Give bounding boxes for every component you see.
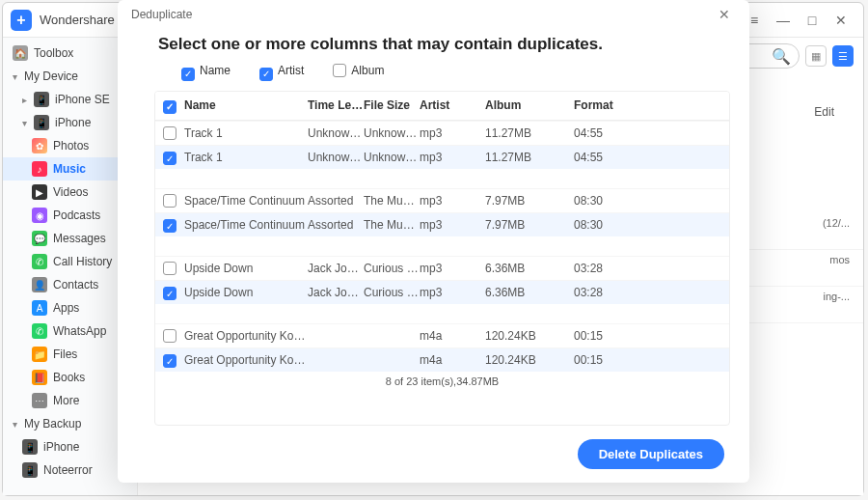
sidebar-label: Apps [53,301,79,315]
sidebar-label: iPhone SE [55,93,110,106]
sidebar-label: My Backup [24,417,81,431]
table-header-row: ✓ Name Time Len... File Size Artist Albu… [155,92,729,121]
cell-file-size: Curious G... [364,286,420,299]
dialog-close-button[interactable]: ✕ [713,3,736,26]
cell-album: 7.97MB [485,218,574,232]
duplicates-table: ✓ Name Time Len... File Size Artist Albu… [154,91,730,427]
table-row[interactable]: ✓Upside DownJack John...Curious G...mp36… [155,280,729,304]
cell-format: 03:28 [574,286,641,299]
cell-format: 04:55 [574,126,641,140]
row-checkbox[interactable] [163,126,176,140]
th-name[interactable]: Name [184,98,308,112]
select-all-checkbox[interactable]: ✓ [163,100,176,114]
th-artist[interactable]: Artist [420,98,485,112]
sidebar-label: Photos [53,139,89,153]
cell-file-size: Curious G... [364,262,420,275]
cell-format: 08:30 [574,218,641,232]
sidebar-label: Call History [53,255,112,268]
row-checkbox[interactable] [163,329,176,343]
sidebar-label: iPhone [43,440,79,454]
cell-format: 08:30 [574,194,641,208]
minimize-icon[interactable]: — [769,6,798,35]
cell-file-size: Unknown ... [364,126,420,140]
table-row[interactable]: Upside DownJack John...Curious G...mp36.… [155,256,729,280]
table-row[interactable]: ✓Track 1Unknown ...Unknown ...mp311.27MB… [155,145,729,169]
column-check-album[interactable]: Album [333,64,384,81]
sidebar-label: Noteerror [43,463,93,477]
cell-file-size: The Music... [364,194,420,208]
row-checkbox[interactable]: ✓ [163,354,176,368]
delete-duplicates-button[interactable]: Delete Duplicates [578,439,724,469]
sidebar-label: More [53,394,79,407]
cell-file-size: The Music... [364,218,420,232]
sidebar-label: Music [53,162,86,176]
cell-artist: mp3 [420,262,485,275]
table-row[interactable]: Space/Time ContinuumAssortedThe Music...… [155,188,729,212]
cell-artist: mp3 [420,151,485,164]
row-checkbox[interactable]: ✓ [163,219,176,233]
table-row[interactable]: ✓Space/Time ContinuumAssortedThe Music..… [155,212,729,236]
cell-format: 00:15 [574,329,641,343]
cell-artist: mp3 [420,286,485,299]
cell-file-size: Unknown ... [364,151,420,164]
table-summary: 8 of 23 item(s),34.87MB [155,372,729,391]
check-label: Album [351,64,384,77]
cell-name: Track 1 [184,151,308,164]
cell-name: Upside Down [184,286,308,299]
sidebar-label: My Device [24,69,78,83]
grid-view-button[interactable]: ▦ [805,45,827,67]
cell-time-length: Unknown ... [308,126,364,140]
list-view-button[interactable]: ☰ [832,45,854,67]
maximize-icon[interactable]: □ [798,6,827,35]
th-album[interactable]: Album [485,98,574,112]
sidebar-label: WhatsApp [53,324,106,338]
bg-cell: mos [829,254,850,265]
cell-name: Great Opportunity Kouf... [184,353,308,367]
cell-name: Space/Time Continuum [184,218,308,232]
sidebar-label: Messages [53,232,106,245]
deduplicate-dialog: Deduplicate ✕ Select one or more columns… [118,0,749,483]
sidebar-label: Toolbox [34,46,73,60]
cell-time-length: Assorted [308,218,364,232]
column-check-artist[interactable]: ✓Artist [259,64,304,81]
app-logo-icon: + [11,10,32,31]
close-icon[interactable]: ✕ [827,6,855,35]
column-check-name[interactable]: ✓Name [181,64,231,81]
check-label: Name [200,64,231,77]
sidebar-label: Files [53,347,77,361]
cell-album: 6.36MB [485,286,574,299]
table-row[interactable]: Track 1Unknown ...Unknown ...mp311.27MB0… [155,121,729,145]
search-icon: 🔍 [772,47,791,66]
th-file-size[interactable]: File Size [364,98,420,112]
th-format[interactable]: Format [574,98,641,112]
cell-album: 120.24KB [485,329,574,343]
cell-artist: m4a [420,353,485,367]
row-checkbox[interactable]: ✓ [163,287,176,300]
cell-artist: mp3 [420,194,485,208]
table-row[interactable]: Great Opportunity Kouf...m4a120.24KB00:1… [155,323,729,347]
cell-name: Great Opportunity Kouf... [184,329,308,343]
cell-album: 120.24KB [485,353,574,367]
bg-cell: (12/... [823,217,850,229]
table-row[interactable]: ✓Great Opportunity Kouf...m4a120.24KB00:… [155,347,729,372]
row-checkbox[interactable] [163,194,176,208]
cell-name: Track 1 [184,126,308,140]
cell-time-length: Unknown ... [308,151,364,164]
sidebar-label: Books [53,371,85,384]
cell-name: Space/Time Continuum [184,194,308,208]
cell-album: 6.36MB [485,262,574,275]
cell-time-length: Assorted [308,194,364,208]
row-checkbox[interactable]: ✓ [163,152,176,165]
cell-album: 11.27MB [485,151,574,164]
row-checkbox[interactable] [163,262,176,275]
th-time-length[interactable]: Time Len... [308,98,364,112]
cell-artist: mp3 [420,218,485,232]
edit-column-header: Edit [814,105,834,119]
sidebar-label: Podcasts [53,208,100,222]
sidebar-label: iPhone [55,116,91,129]
cell-format: 03:28 [574,262,641,275]
dialog-header: Deduplicate [131,8,192,21]
sidebar-label: Contacts [53,278,98,292]
cell-format: 00:15 [574,353,641,367]
cell-artist: m4a [420,329,485,343]
